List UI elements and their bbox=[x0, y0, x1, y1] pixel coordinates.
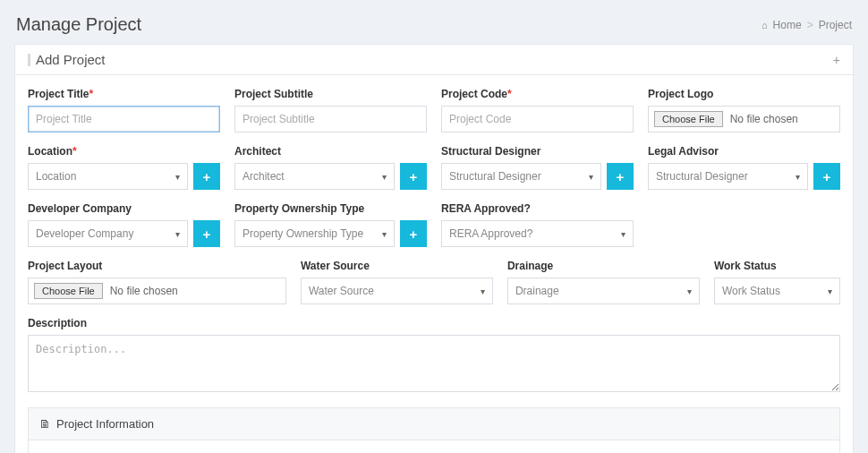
breadcrumb-current: Project bbox=[819, 19, 852, 31]
chevron-down-icon: ▾ bbox=[382, 172, 387, 182]
work-status-select[interactable]: Work Status▾ bbox=[714, 278, 840, 304]
add-structural-button[interactable]: + bbox=[607, 163, 634, 190]
project-code-input[interactable] bbox=[441, 106, 634, 132]
legal-label: Legal Advisor bbox=[648, 145, 840, 158]
drainage-select[interactable]: Drainage▾ bbox=[507, 278, 700, 304]
project-information-title: Project Information bbox=[56, 417, 154, 431]
home-icon: ⌂ bbox=[762, 20, 768, 30]
description-textarea[interactable] bbox=[28, 335, 840, 392]
project-layout-status: No file chosen bbox=[110, 285, 178, 297]
chevron-down-icon: ▾ bbox=[621, 229, 625, 239]
chevron-down-icon: ▾ bbox=[796, 172, 800, 182]
legal-select[interactable]: Structural Designer▾ bbox=[648, 163, 808, 190]
location-select[interactable]: Location▾ bbox=[28, 163, 188, 190]
add-location-button[interactable]: + bbox=[193, 163, 220, 190]
chevron-down-icon: ▾ bbox=[481, 286, 485, 296]
collapse-icon[interactable]: + bbox=[833, 53, 840, 67]
chevron-down-icon: ▾ bbox=[828, 286, 832, 296]
rera-select[interactable]: RERA Approved?▾ bbox=[441, 220, 634, 247]
project-layout-input[interactable]: Choose File No file chosen bbox=[28, 278, 286, 304]
chevron-down-icon: ▾ bbox=[175, 229, 180, 239]
project-title-label: Project Title* bbox=[28, 88, 220, 100]
location-label: Location* bbox=[28, 145, 220, 158]
architect-select[interactable]: Architect▾ bbox=[234, 163, 395, 190]
project-logo-label: Project Logo bbox=[648, 88, 840, 100]
structural-select[interactable]: Structural Designer▾ bbox=[441, 163, 601, 190]
panel-heading: Add Project + bbox=[15, 45, 853, 75]
document-icon: 🗎 bbox=[39, 417, 51, 431]
chevron-down-icon: ▾ bbox=[175, 172, 180, 182]
project-logo-status: No file chosen bbox=[730, 113, 798, 125]
water-label: Water Source bbox=[301, 260, 493, 272]
project-logo-choose-button[interactable]: Choose File bbox=[654, 111, 723, 127]
project-code-label: Project Code* bbox=[441, 88, 634, 100]
add-legal-button[interactable]: + bbox=[813, 163, 840, 190]
panel-title-wrap: Add Project bbox=[28, 52, 106, 67]
project-logo-input[interactable]: Choose File No file chosen bbox=[648, 106, 840, 132]
page-header: Manage Project ⌂ Home > Project bbox=[14, 11, 854, 44]
architect-label: Architect bbox=[234, 145, 427, 158]
structural-label: Structural Designer bbox=[441, 145, 634, 158]
rera-label: RERA Approved? bbox=[441, 202, 634, 215]
breadcrumb-sep: > bbox=[807, 19, 813, 31]
add-ownership-button[interactable]: + bbox=[400, 220, 427, 247]
drainage-label: Drainage bbox=[507, 260, 700, 272]
panel-title: Add Project bbox=[36, 52, 106, 67]
developer-label: Developer Company bbox=[28, 202, 220, 215]
project-information-heading: 🗎 Project Information bbox=[29, 408, 839, 440]
breadcrumb: ⌂ Home > Project bbox=[762, 19, 852, 31]
ownership-label: Property Ownership Type bbox=[234, 202, 427, 215]
add-project-panel: Add Project + Project Title* Project Sub… bbox=[14, 44, 854, 453]
project-subtitle-label: Project Subtitle bbox=[234, 88, 427, 100]
water-select[interactable]: Water Source▾ bbox=[301, 278, 493, 304]
chevron-down-icon: ▾ bbox=[687, 286, 692, 296]
project-subtitle-input[interactable] bbox=[234, 106, 427, 132]
breadcrumb-home[interactable]: Home bbox=[773, 19, 802, 31]
work-status-label: Work Status bbox=[714, 260, 840, 272]
description-label: Description bbox=[28, 317, 840, 329]
project-layout-choose-button[interactable]: Choose File bbox=[34, 283, 103, 299]
chevron-down-icon: ▾ bbox=[382, 229, 387, 239]
panel-accent bbox=[28, 54, 30, 66]
chevron-down-icon: ▾ bbox=[589, 172, 593, 182]
page-title: Manage Project bbox=[16, 14, 141, 35]
ownership-select[interactable]: Property Ownership Type▾ bbox=[234, 220, 395, 247]
layout-label: Project Layout bbox=[28, 260, 286, 272]
developer-select[interactable]: Developer Company▾ bbox=[28, 220, 188, 247]
add-architect-button[interactable]: + bbox=[400, 163, 427, 190]
add-developer-button[interactable]: + bbox=[193, 220, 220, 247]
project-title-input[interactable] bbox=[28, 106, 220, 132]
project-information-panel: 🗎 Project Information Category▾ + Subcat… bbox=[28, 407, 840, 453]
